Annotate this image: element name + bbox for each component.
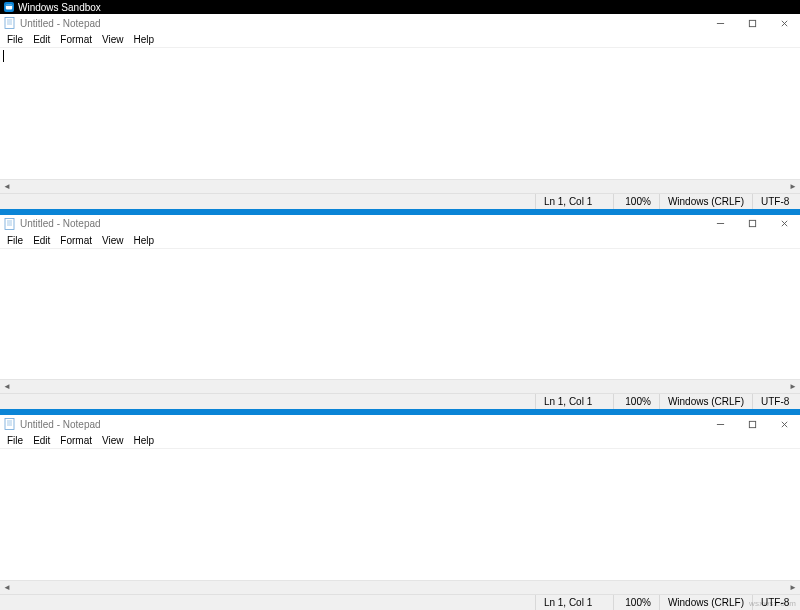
status-encoding: UTF-8 bbox=[752, 394, 800, 409]
svg-rect-7 bbox=[749, 20, 755, 26]
menu-edit[interactable]: Edit bbox=[28, 435, 55, 446]
status-eol: Windows (CRLF) bbox=[659, 394, 752, 409]
maximize-button[interactable] bbox=[738, 14, 766, 32]
menu-file[interactable]: File bbox=[2, 34, 28, 45]
svg-rect-1 bbox=[6, 5, 12, 6]
close-button[interactable] bbox=[770, 415, 798, 433]
notepad-titlebar[interactable]: Untitled - Notepad bbox=[0, 415, 800, 433]
horizontal-scrollbar[interactable]: ◄ ► bbox=[0, 379, 800, 393]
notepad-text-area[interactable] bbox=[0, 249, 800, 380]
scroll-right-icon[interactable]: ► bbox=[786, 581, 800, 595]
status-eol: Windows (CRLF) bbox=[659, 194, 752, 209]
sandbox-icon bbox=[4, 2, 14, 12]
sandbox-title: Windows Sandbox bbox=[18, 2, 101, 13]
svg-rect-10 bbox=[5, 218, 14, 229]
maximize-button[interactable] bbox=[738, 215, 766, 233]
status-encoding: UTF-8 bbox=[752, 595, 800, 610]
notepad-statusbar: Ln 1, Col 1 100% Windows (CRLF) UTF-8 bbox=[0, 193, 800, 209]
svg-rect-23 bbox=[749, 421, 755, 427]
notepad-menubar: File Edit Format View Help bbox=[0, 233, 800, 249]
notepad-title: Untitled - Notepad bbox=[20, 18, 101, 29]
menu-format[interactable]: Format bbox=[55, 235, 97, 246]
notepad-icon bbox=[4, 17, 16, 29]
status-zoom: 100% bbox=[613, 394, 659, 409]
notepad-icon bbox=[4, 418, 16, 430]
menu-view[interactable]: View bbox=[97, 34, 129, 45]
scroll-right-icon[interactable]: ► bbox=[786, 380, 800, 394]
notepad-text-area[interactable] bbox=[0, 449, 800, 580]
notepad-icon bbox=[4, 218, 16, 230]
notepad-menubar: File Edit Format View Help bbox=[0, 433, 800, 449]
notepad-window: Untitled - Notepad File Edit Format View… bbox=[0, 215, 800, 410]
minimize-button[interactable] bbox=[706, 14, 734, 32]
status-lncol: Ln 1, Col 1 bbox=[535, 194, 613, 209]
notepad-titlebar[interactable]: Untitled - Notepad bbox=[0, 215, 800, 233]
notepad-menubar: File Edit Format View Help bbox=[0, 32, 800, 48]
svg-rect-15 bbox=[749, 221, 755, 227]
status-lncol: Ln 1, Col 1 bbox=[535, 595, 613, 610]
menu-help[interactable]: Help bbox=[129, 235, 160, 246]
menu-help[interactable]: Help bbox=[129, 34, 160, 45]
maximize-button[interactable] bbox=[738, 415, 766, 433]
close-button[interactable] bbox=[770, 215, 798, 233]
scroll-right-icon[interactable]: ► bbox=[786, 179, 800, 193]
minimize-button[interactable] bbox=[706, 215, 734, 233]
notepad-statusbar: Ln 1, Col 1 100% Windows (CRLF) UTF-8 bbox=[0, 393, 800, 409]
notepad-text-area[interactable] bbox=[0, 48, 800, 179]
status-zoom: 100% bbox=[613, 194, 659, 209]
notepad-title: Untitled - Notepad bbox=[20, 218, 101, 229]
menu-edit[interactable]: Edit bbox=[28, 34, 55, 45]
menu-format[interactable]: Format bbox=[55, 435, 97, 446]
menu-view[interactable]: View bbox=[97, 235, 129, 246]
menu-file[interactable]: File bbox=[2, 235, 28, 246]
scroll-track[interactable] bbox=[14, 581, 786, 595]
text-caret bbox=[3, 50, 4, 62]
horizontal-scrollbar[interactable]: ◄ ► bbox=[0, 580, 800, 594]
scroll-left-icon[interactable]: ◄ bbox=[0, 179, 14, 193]
notepad-window: Untitled - Notepad File Edit Format View… bbox=[0, 14, 800, 209]
scroll-left-icon[interactable]: ◄ bbox=[0, 380, 14, 394]
menu-edit[interactable]: Edit bbox=[28, 235, 55, 246]
status-eol: Windows (CRLF) bbox=[659, 595, 752, 610]
notepad-title: Untitled - Notepad bbox=[20, 419, 101, 430]
close-button[interactable] bbox=[770, 14, 798, 32]
notepad-window: Untitled - Notepad File Edit Format View… bbox=[0, 415, 800, 610]
scroll-track[interactable] bbox=[14, 179, 786, 193]
scroll-track[interactable] bbox=[14, 380, 786, 394]
status-zoom: 100% bbox=[613, 595, 659, 610]
scroll-left-icon[interactable]: ◄ bbox=[0, 581, 14, 595]
menu-view[interactable]: View bbox=[97, 435, 129, 446]
menu-file[interactable]: File bbox=[2, 435, 28, 446]
notepad-titlebar[interactable]: Untitled - Notepad bbox=[0, 14, 800, 32]
svg-rect-18 bbox=[5, 419, 14, 430]
sandbox-titlebar[interactable]: Windows Sandbox bbox=[0, 0, 800, 14]
status-lncol: Ln 1, Col 1 bbox=[535, 394, 613, 409]
notepad-statusbar: Ln 1, Col 1 100% Windows (CRLF) UTF-8 bbox=[0, 594, 800, 610]
menu-format[interactable]: Format bbox=[55, 34, 97, 45]
horizontal-scrollbar[interactable]: ◄ ► bbox=[0, 179, 800, 193]
menu-help[interactable]: Help bbox=[129, 435, 160, 446]
minimize-button[interactable] bbox=[706, 415, 734, 433]
svg-rect-2 bbox=[5, 18, 14, 29]
status-encoding: UTF-8 bbox=[752, 194, 800, 209]
sandbox-client-area: Untitled - Notepad File Edit Format View… bbox=[0, 14, 800, 610]
